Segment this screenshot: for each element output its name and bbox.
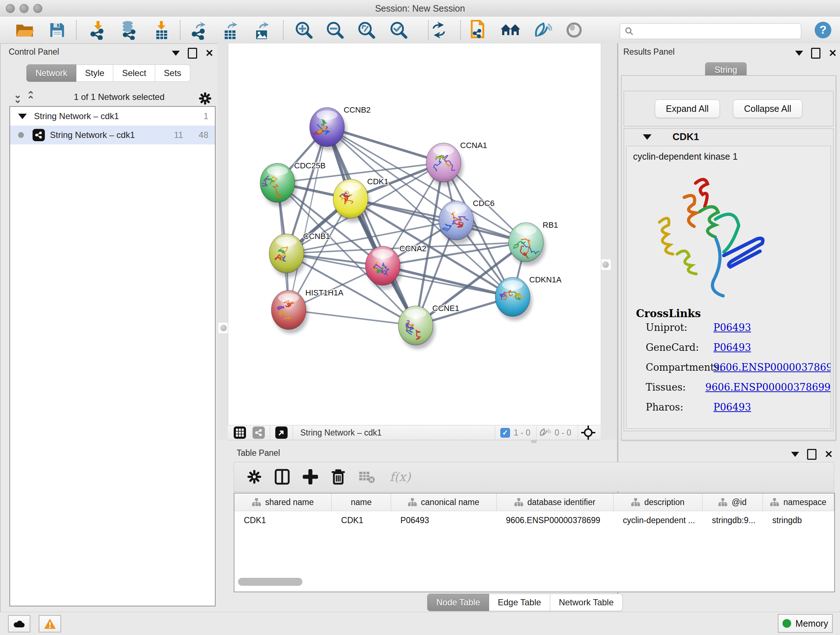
table-horizontal-scrollbar[interactable] bbox=[238, 578, 302, 586]
delete-column-icon[interactable] bbox=[331, 469, 346, 485]
string-badge-icon[interactable] bbox=[253, 426, 265, 439]
gene-section-header[interactable]: CDK1 bbox=[624, 128, 833, 145]
column-header-namespace[interactable]: namespace bbox=[763, 494, 834, 511]
column-header-database-identifier[interactable]: database identifier bbox=[497, 494, 614, 511]
crosslink-genecard-link[interactable]: P06493 bbox=[714, 342, 751, 353]
cell-name[interactable]: CDK1 bbox=[332, 516, 391, 525]
refresh-view-button[interactable] bbox=[428, 19, 450, 41]
hidden-eye-icon[interactable] bbox=[538, 428, 551, 437]
collection-expand-icon[interactable] bbox=[18, 114, 27, 119]
results-panel-menu-icon[interactable] bbox=[795, 51, 803, 56]
right-splitter-handle[interactable] bbox=[600, 259, 611, 271]
memory-status-dot bbox=[783, 619, 791, 628]
string-homes-button[interactable] bbox=[500, 19, 522, 41]
tab-style[interactable]: Style bbox=[76, 65, 113, 82]
crosslink-tissues-link[interactable]: 9606.ENSP00000378699 bbox=[706, 382, 831, 393]
column-header-name[interactable]: name bbox=[332, 494, 391, 511]
network-view-canvas[interactable]: CCNB2CCNA1CDC25BCDK1CDC6RB1CCNB1CCNA2CDK… bbox=[228, 43, 601, 425]
collapse-all-networks-icon[interactable]: ⌄⌄ bbox=[14, 93, 22, 102]
selected-checkbox-icon[interactable]: ✓ bbox=[500, 428, 510, 438]
cell-id[interactable]: stringdb:9... bbox=[703, 516, 763, 525]
delete-table-icon[interactable] bbox=[358, 470, 375, 483]
show-columns-icon[interactable] bbox=[275, 469, 290, 485]
right-splitter[interactable] bbox=[601, 43, 617, 440]
results-panel-float-icon[interactable] bbox=[811, 48, 821, 59]
table-panel-menu-icon[interactable] bbox=[791, 452, 799, 457]
help-button[interactable]: ? bbox=[812, 19, 834, 41]
tab-node-table[interactable]: Node Table bbox=[427, 594, 489, 611]
left-splitter[interactable] bbox=[218, 43, 228, 440]
network-node-CCNA1[interactable]: CCNA1 bbox=[426, 141, 487, 186]
cell-namespace[interactable]: stringdb bbox=[763, 516, 834, 525]
section-collapse-icon[interactable] bbox=[643, 134, 652, 140]
network-node-RB1[interactable]: RB1 bbox=[508, 220, 558, 266]
cell-database-identifier[interactable]: 9606.ENSP00000378699 bbox=[497, 516, 614, 525]
network-node-HIST1H1A[interactable]: HIST1H1A bbox=[271, 288, 343, 333]
network-node-CDKN1A[interactable]: CDKN1A bbox=[495, 275, 562, 320]
fit-selected-crosshair-icon[interactable] bbox=[581, 425, 595, 440]
crosslink-pharos-link[interactable]: P06493 bbox=[714, 402, 751, 413]
network-edge-CCNB2-HIST1H1A[interactable] bbox=[289, 127, 327, 310]
column-header-shared-name[interactable]: shared name bbox=[234, 494, 332, 511]
import-network-button[interactable] bbox=[87, 19, 109, 41]
crosslink-uniprot-link[interactable]: P06493 bbox=[714, 322, 751, 333]
crosslink-compartments-link[interactable]: 9606.ENSP00000378699 bbox=[714, 362, 831, 373]
warning-status-button[interactable] bbox=[39, 615, 61, 632]
cell-description[interactable]: cyclin-dependent ... bbox=[614, 516, 703, 525]
column-header-description[interactable]: description bbox=[614, 494, 703, 511]
open-session-button[interactable] bbox=[13, 19, 36, 41]
cloud-status-button[interactable] bbox=[8, 615, 30, 632]
network-node-CCNB1[interactable]: CCNB1 bbox=[269, 232, 330, 277]
network-options-gear-icon[interactable] bbox=[199, 92, 212, 105]
export-image-button[interactable] bbox=[251, 19, 273, 41]
search-icon bbox=[624, 27, 634, 36]
toolbar-search-field[interactable] bbox=[620, 23, 801, 39]
zoom-out-button[interactable] bbox=[324, 19, 346, 41]
network-node-CCNB2[interactable]: CCNB2 bbox=[309, 105, 371, 150]
column-header-canonical-name[interactable]: canonical name bbox=[391, 494, 497, 511]
collapse-all-button[interactable]: Collapse All bbox=[733, 100, 803, 118]
expand-all-button[interactable]: Expand All bbox=[655, 100, 720, 118]
import-table-button[interactable] bbox=[150, 19, 172, 41]
hide-unhide-button[interactable] bbox=[531, 19, 554, 41]
table-gear-icon[interactable] bbox=[247, 470, 262, 484]
tab-edge-table[interactable]: Edge Table bbox=[489, 594, 550, 611]
string-import-button[interactable] bbox=[467, 19, 489, 41]
crosslink-label: Pharos: bbox=[646, 402, 714, 413]
export-table-button[interactable] bbox=[219, 19, 242, 41]
zoom-in-button[interactable] bbox=[293, 19, 315, 41]
control-panel-close-icon[interactable]: ✕ bbox=[205, 49, 213, 57]
zoom-fit-button[interactable] bbox=[355, 19, 378, 41]
control-panel-float-icon[interactable] bbox=[188, 48, 197, 59]
grid-view-icon[interactable] bbox=[234, 426, 246, 439]
import-network-from-database-button[interactable] bbox=[117, 19, 140, 41]
network-node-CDC6[interactable]: CDC6 bbox=[439, 199, 494, 244]
network-row[interactable]: String Network – cdk1 11 48 bbox=[10, 126, 215, 144]
table-panel-float-icon[interactable] bbox=[807, 449, 816, 460]
search-input[interactable] bbox=[634, 24, 801, 38]
tab-select[interactable]: Select bbox=[113, 65, 155, 82]
control-panel-menu-icon[interactable] bbox=[172, 51, 180, 56]
cell-canonical-name[interactable]: P06493 bbox=[391, 516, 497, 525]
eye-button[interactable] bbox=[563, 19, 585, 41]
tab-network[interactable]: Network bbox=[27, 65, 76, 82]
network-node-CCNE1[interactable]: CCNE1 bbox=[398, 304, 459, 349]
save-session-button[interactable] bbox=[46, 19, 68, 41]
zoom-selected-button[interactable] bbox=[387, 19, 410, 41]
cell-shared-name[interactable]: CDK1 bbox=[234, 516, 332, 525]
export-network-button[interactable] bbox=[188, 19, 210, 41]
memory-button[interactable]: Memory bbox=[778, 614, 833, 633]
table-panel-close-icon[interactable]: ✕ bbox=[824, 450, 833, 459]
results-panel-close-icon[interactable]: ✕ bbox=[829, 49, 837, 57]
tab-network-table[interactable]: Network Table bbox=[550, 594, 623, 611]
tab-sets[interactable]: Sets bbox=[155, 65, 190, 82]
table-row[interactable]: CDK1 CDK1 P06493 9606.ENSP00000378699 cy… bbox=[234, 511, 834, 529]
function-builder-button[interactable]: f(x) bbox=[390, 470, 411, 484]
expand-all-networks-icon[interactable]: ⌃⌃ bbox=[27, 93, 35, 102]
horizontal-splitter-handle[interactable] bbox=[531, 440, 537, 443]
add-column-icon[interactable] bbox=[303, 469, 318, 485]
column-header-id[interactable]: @id bbox=[703, 494, 763, 511]
network-collection-row[interactable]: String Network – cdk1 1 bbox=[10, 107, 215, 126]
birds-eye-view-icon[interactable] bbox=[275, 426, 287, 439]
network-node-CCNA2[interactable]: CCNA2 bbox=[365, 244, 426, 289]
